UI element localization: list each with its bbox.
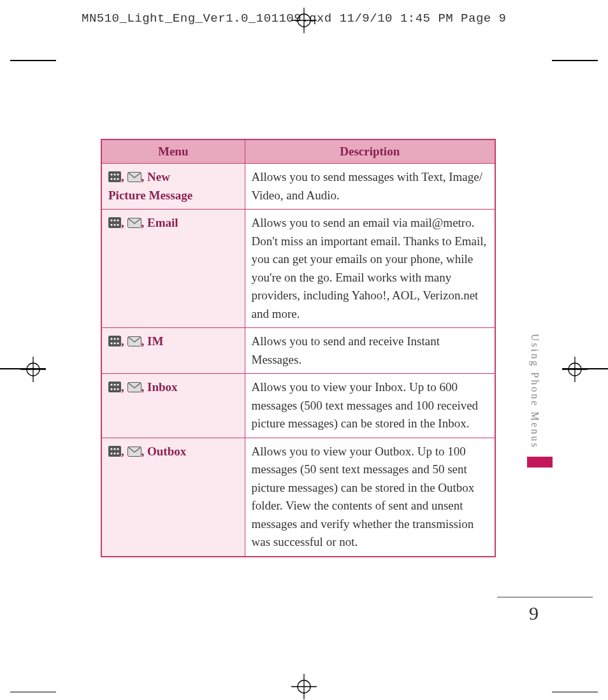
table-row: , , Outbox Allows you to view your Outbo… [101,438,495,557]
menu-grid-icon [108,382,121,392]
svg-point-16 [110,178,112,180]
svg-rect-28 [108,336,121,346]
svg-point-13 [110,173,112,175]
menu-label: Email [147,216,178,229]
svg-point-31 [117,338,119,339]
menu-description-table: Menu Description , , New Picture Message… [101,139,496,557]
envelope-icon [127,218,141,228]
svg-point-50 [117,452,119,454]
svg-point-47 [117,448,119,450]
menu-description: Allows you to send and receive Instant M… [245,328,495,374]
menu-grid-icon [108,171,121,182]
svg-rect-36 [108,382,121,392]
table-row: , , Email Allows you to send an email vi… [101,210,495,328]
menu-label: New [147,170,170,183]
svg-point-37 [110,383,112,385]
envelope-icon [127,336,141,346]
table-header-menu: Menu [101,139,245,164]
svg-point-49 [113,452,115,454]
page-content: Menu Description , , New Picture Message… [101,139,496,557]
crop-mark [10,692,56,693]
menu-description: Allows you to send an email via mail@met… [245,210,495,328]
menu-description: Allows you to view your Outbox. Up to 10… [245,438,495,557]
svg-point-32 [110,342,112,344]
svg-point-34 [117,342,119,344]
separator: , [141,445,148,458]
envelope-icon [127,446,141,457]
separator: , [141,170,148,183]
svg-point-42 [117,388,119,390]
table-row: , , Inbox Allows you to view your Inbox.… [101,374,495,438]
page-number-divider [497,597,593,597]
svg-point-48 [110,452,112,454]
crop-mark [552,60,598,61]
crop-mark [10,60,56,61]
menu-label-secondary: Picture Message [108,187,238,205]
svg-point-14 [113,173,115,175]
separator: , [121,334,127,348]
register-mark-icon [291,674,317,699]
envelope-icon [127,382,141,392]
menu-grid-icon [108,446,121,457]
separator: , [121,445,127,458]
register-mark-icon [291,8,317,33]
crop-mark [552,692,598,693]
section-tab-color-bar [527,457,553,468]
svg-rect-44 [108,446,121,457]
svg-rect-12 [108,171,121,182]
svg-point-46 [113,448,115,450]
svg-point-25 [113,224,115,225]
svg-point-41 [113,388,115,390]
svg-rect-20 [108,217,121,228]
svg-point-26 [117,224,119,225]
svg-point-24 [110,224,112,225]
separator: , [141,380,148,394]
separator: , [121,170,127,183]
menu-description: Allows you to send messages with Text, I… [245,164,495,210]
menu-label: Inbox [147,380,178,394]
separator: , [121,216,127,229]
separator: , [141,216,148,229]
table-row: , , New Picture Message Allows you to se… [101,164,495,210]
svg-point-17 [113,178,115,180]
page-number: 9 [529,603,539,624]
svg-point-38 [113,383,115,385]
envelope-icon [127,172,141,182]
menu-label: IM [147,334,163,348]
register-mark-icon [562,357,588,382]
svg-point-30 [113,338,115,339]
svg-point-29 [110,338,112,339]
svg-point-39 [117,383,119,385]
svg-point-23 [117,219,119,221]
svg-point-15 [117,173,119,175]
svg-point-40 [110,388,112,390]
separator: , [141,334,148,348]
svg-point-33 [113,342,115,344]
menu-label: Outbox [147,445,186,458]
svg-point-18 [117,178,119,180]
svg-point-22 [113,219,115,221]
svg-point-21 [110,219,112,221]
menu-grid-icon [108,336,121,346]
table-row: , , IM Allows you to send and receive In… [101,328,495,374]
separator: , [121,380,127,394]
menu-grid-icon [108,217,121,228]
register-mark-icon [20,357,46,382]
menu-description: Allows you to view your Inbox. Up to 600… [245,374,495,438]
table-header-description: Description [245,139,495,164]
section-tab-label: Using Phone Menus [529,334,540,449]
svg-point-45 [110,448,112,450]
